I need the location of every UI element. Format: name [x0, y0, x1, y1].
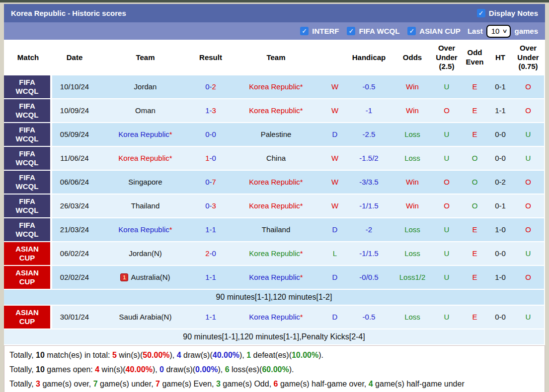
wdl-cell: D — [324, 218, 345, 241]
home-score: 1 — [205, 225, 209, 234]
table-row: FIFA WCQL26/03/24Thailand0-3Korea Republ… — [4, 195, 544, 218]
wdl-cell: W — [324, 147, 345, 170]
league-filters: ✓INTERF✓FIFA WCQL✓ASIAN CUP — [300, 27, 461, 35]
handicap-cell: -1 — [345, 99, 392, 122]
away-team-cell: Palestine — [228, 123, 324, 146]
handicap-cell: -2.5 — [345, 123, 392, 146]
summary-segment: Totally, — [9, 380, 36, 388]
league-badge: FIFA WCQL — [4, 195, 52, 217]
date-cell: 10/09/24 — [52, 99, 97, 122]
team-name: Korea Republic — [249, 178, 300, 187]
summary-segment: game(s) Odd, — [221, 380, 274, 388]
team-name: Palestine — [261, 130, 292, 139]
result-cell: 0-3 — [194, 195, 228, 217]
filter-fifa-wcql: ✓FIFA WCQL — [347, 27, 399, 35]
away-team-cell: China — [228, 147, 324, 170]
over-under-25-cell: U — [432, 75, 461, 98]
odds-cell: Win — [392, 99, 432, 122]
last-games-select[interactable]: 10 ∨ — [486, 25, 511, 38]
team-name: Saudi Arabia(N) — [119, 313, 172, 322]
odd-even-cell: E — [461, 123, 488, 146]
team-name: Thailand — [131, 201, 160, 210]
over-under-25-cell: U — [432, 218, 461, 241]
odd-even-cell: E — [461, 218, 488, 241]
over-under-25-cell: O — [432, 171, 461, 194]
wdl-cell: D — [324, 266, 345, 289]
result-cell: 1-1 — [194, 306, 228, 328]
league-badge: FIFA WCQL — [4, 171, 52, 194]
away-team-cell: Thailand — [228, 218, 324, 241]
away-team-cell: Korea Republic* — [228, 99, 324, 122]
home-team-cell: Saudi Arabia(N) — [97, 306, 194, 328]
table-row: ASIAN CUP06/02/24Jordan(N)2-0Korea Repub… — [4, 242, 544, 266]
handicap-cell: -1/1.5 — [345, 195, 392, 217]
team-name: Korea Republic — [249, 82, 300, 91]
away-score: 2 — [212, 82, 216, 91]
team-name: China — [266, 154, 286, 163]
home-team-cell: Korea Republic* — [97, 147, 194, 170]
last-games-group: Last 10 ∨ games — [468, 25, 538, 38]
team-name: Korea Republic — [249, 106, 300, 115]
home-score: 0 — [205, 178, 209, 187]
over-under-075-cell: U — [512, 306, 544, 328]
handicap-cell: -2 — [345, 218, 392, 241]
away-team-cell: Korea Republic* — [228, 242, 324, 265]
home-score: 0 — [205, 130, 209, 139]
odd-even-cell: E — [461, 99, 488, 122]
summary-segment: 4 — [95, 365, 99, 374]
summary-segment: 5 — [112, 351, 117, 359]
filter-checkbox[interactable]: ✓ — [300, 27, 309, 35]
filter-label: FIFA WCQL — [359, 27, 399, 35]
summary-segment: game(s) under, — [98, 380, 156, 388]
over-under-075-cell: O — [512, 195, 544, 217]
away-team-cell: Korea Republic* — [228, 195, 324, 217]
result-cell: 2-0 — [194, 242, 228, 265]
column-header-0: Match — [4, 40, 52, 75]
home-score: 1 — [205, 313, 209, 322]
table-row: ASIAN CUP30/01/24Saudi Arabia(N)1-1Korea… — [4, 306, 544, 329]
over-under-075-cell: O — [512, 266, 544, 289]
summary-segment: 10.00% — [292, 351, 318, 359]
handicap-cell: -0.5 — [345, 75, 392, 98]
over-under-075-cell: U — [512, 123, 544, 146]
summary-box: Totally, 10 match(es) in total: 5 win(s)… — [4, 345, 545, 392]
summary-segment: Totally, — [9, 351, 36, 359]
ht-cell: 0-0 — [488, 123, 512, 146]
summary-segment: draw(s)( — [164, 365, 195, 374]
odds-cell: Win — [392, 195, 432, 217]
filter-checkbox[interactable]: ✓ — [407, 27, 416, 35]
summary-segment: loss(es)( — [230, 365, 262, 374]
filter-checkbox[interactable]: ✓ — [347, 27, 355, 35]
odds-cell: Loss1/2 — [392, 266, 432, 289]
away-team-cell: Korea Republic* — [228, 171, 324, 194]
away-score: 1 — [212, 225, 216, 234]
summary-segment: draw(s)( — [181, 351, 213, 359]
team-name: Korea Republic — [249, 249, 300, 258]
table-row: FIFA WCQL05/09/24Korea Republic*0-0Pales… — [4, 123, 544, 147]
summary-segment: ), — [239, 351, 246, 359]
team-name: Korea Republic — [118, 130, 169, 139]
column-header-11: Over Under (0.75) — [512, 40, 544, 75]
filter-interf: ✓INTERF — [300, 27, 339, 35]
star-mark: * — [300, 106, 303, 115]
star-mark: * — [169, 130, 172, 139]
league-badge: ASIAN CUP — [4, 306, 52, 328]
team-name: Korea Republic — [118, 154, 169, 163]
display-notes-checkbox[interactable]: ✓ — [477, 9, 485, 17]
odds-cell: Win — [392, 171, 432, 194]
home-team-cell: Jordan — [97, 75, 194, 98]
team-name: Jordan — [134, 82, 157, 91]
odd-even-cell: E — [461, 266, 488, 289]
summary-segment: 0.00% — [195, 365, 218, 374]
league-badge: FIFA WCQL — [4, 218, 52, 241]
over-under-25-cell: O — [432, 195, 461, 217]
team-name: Oman — [135, 106, 156, 115]
team-name: Australia(N) — [131, 273, 170, 282]
ht-cell: 1-0 — [488, 266, 512, 289]
handicap-cell: -0.5 — [345, 306, 392, 328]
over-under-075-cell: O — [512, 99, 544, 122]
handicap-cell: -3/3.5 — [345, 171, 392, 194]
column-header-1: Date — [52, 40, 97, 75]
ht-cell: 0-0 — [488, 147, 512, 170]
summary-segment: game(s) half-game over, — [278, 380, 368, 388]
